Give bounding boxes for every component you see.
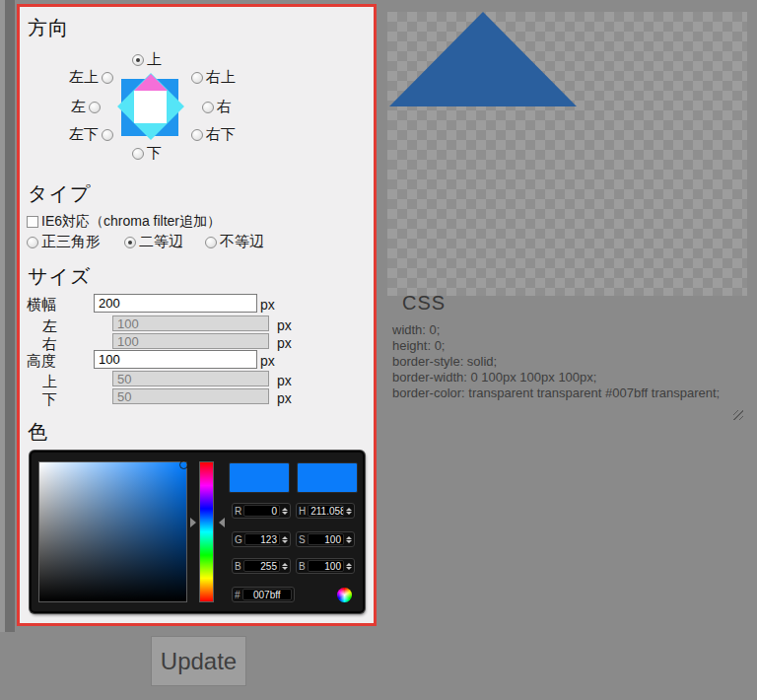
direction-option-bottom[interactable]: 下 [132, 144, 162, 163]
css-line: border-color: transparent transparent #0… [392, 385, 749, 401]
radio-direction-top[interactable] [132, 54, 144, 66]
red-stepper[interactable] [282, 508, 288, 515]
size-right-unit: px [277, 335, 292, 351]
direction-option-left[interactable]: 左 [71, 98, 101, 116]
direction-option-label: 左 [71, 98, 86, 116]
size-left-input [112, 315, 269, 331]
blue-field[interactable]: B 255 [232, 558, 291, 574]
direction-option-label: 右上 [206, 68, 236, 87]
direction-option-topleft[interactable]: 左上 [69, 68, 113, 87]
size-heading: サイズ [28, 263, 91, 290]
type-option-scalene[interactable]: 不等辺 [205, 233, 264, 251]
radio-direction-topright[interactable] [191, 72, 203, 84]
direction-option-label: 左上 [69, 68, 99, 87]
update-button[interactable]: Update [151, 636, 246, 686]
type-option-label: 二等辺 [139, 233, 183, 251]
hue-field[interactable]: H 211.0588 [296, 503, 355, 519]
css-line: width: 0; [392, 322, 749, 338]
red-value[interactable]: 0 [243, 505, 280, 517]
css-line: border-style: solid; [392, 354, 749, 370]
size-bottom-label: 下 [27, 390, 57, 409]
ie6-checkbox-label: IE6対応（chroma filter追加） [41, 213, 221, 231]
direction-option-label: 右 [217, 98, 232, 116]
direction-option-right[interactable]: 右 [202, 98, 232, 116]
radio-type-equilateral[interactable] [27, 237, 38, 248]
radio-type-isosceles[interactable] [124, 237, 136, 248]
css-line: border-width: 0 100px 100px 100px; [392, 370, 749, 385]
green-stepper[interactable] [282, 536, 288, 543]
saturation-stepper[interactable] [346, 536, 352, 543]
saturation-field[interactable]: S 100 [296, 531, 355, 547]
color-heading: 色 [28, 419, 48, 446]
brightness-field[interactable]: B 100 [296, 558, 355, 574]
size-left-label: 左 [27, 317, 57, 336]
direction-option-top[interactable]: 上 [132, 50, 162, 69]
size-left-unit: px [277, 317, 292, 333]
direction-option-label: 上 [147, 50, 162, 69]
blue-value[interactable]: 255 [243, 560, 280, 572]
hex-label: # [235, 590, 241, 600]
size-height-unit: px [260, 353, 275, 369]
type-option-isosceles[interactable]: 二等辺 [124, 233, 183, 251]
direction-heading: 方向 [28, 15, 69, 41]
size-bottom-input [112, 388, 269, 404]
new-color-swatch [297, 462, 358, 493]
hex-value[interactable]: 007bff [242, 589, 292, 600]
size-top-unit: px [277, 373, 292, 388]
hex-field[interactable]: # 007bff [232, 587, 295, 602]
hue-stepper[interactable] [346, 508, 352, 515]
window-edge-dark [5, 0, 15, 632]
ie6-checkbox[interactable] [27, 216, 38, 228]
brightness-label: B [299, 561, 306, 572]
color-picker: R 0 H 211.0588 G 123 S 100 B 255 [30, 451, 365, 613]
radio-direction-bottomleft[interactable] [102, 129, 113, 141]
radio-direction-bottomright[interactable] [191, 129, 203, 141]
size-top-input [112, 371, 269, 386]
direction-option-bottomleft[interactable]: 左下 [69, 125, 113, 144]
current-color-swatch [229, 462, 290, 493]
type-option-label: 正三角形 [41, 233, 101, 251]
hue-slider[interactable] [199, 461, 214, 602]
direction-option-label: 下 [147, 144, 162, 163]
brightness-value[interactable]: 100 [308, 560, 344, 572]
type-ie6-option[interactable]: IE6対応（chroma filter追加） [27, 213, 221, 231]
hue-value[interactable]: 211.0588 [308, 505, 344, 517]
size-width-label: 横幅 [27, 296, 56, 315]
size-bottom-unit: px [277, 390, 292, 406]
css-heading: CSS [402, 292, 749, 315]
direction-option-topright[interactable]: 右上 [191, 68, 236, 87]
radio-direction-left[interactable] [89, 102, 101, 113]
saturation-value[interactable]: 100 [308, 533, 344, 545]
blue-stepper[interactable] [282, 563, 288, 570]
size-right-input [112, 333, 269, 349]
red-label: R [235, 506, 241, 517]
brightness-stepper[interactable] [346, 563, 352, 570]
direction-option-bottomright[interactable]: 右下 [191, 125, 236, 144]
radio-direction-right[interactable] [202, 102, 214, 113]
generator-form-panel: 方向 上 左上 右上 左 右 左下 右下 [17, 4, 377, 626]
hue-marker-right-icon [219, 518, 225, 527]
hue-label: H [299, 506, 306, 517]
resize-grip-icon[interactable] [733, 410, 743, 420]
size-width-input[interactable] [94, 294, 257, 313]
red-field[interactable]: R 0 [232, 503, 291, 519]
green-value[interactable]: 123 [244, 533, 280, 545]
direction-option-label: 左下 [69, 125, 99, 144]
type-option-equilateral[interactable]: 正三角形 [27, 233, 101, 251]
direction-option-label: 右下 [206, 125, 236, 144]
type-heading: タイプ [28, 180, 91, 207]
sv-cursor-icon[interactable] [179, 460, 188, 469]
color-wheel-icon[interactable] [337, 588, 352, 602]
radio-direction-bottom[interactable] [132, 148, 144, 160]
saturation-label: S [299, 534, 306, 545]
size-width-unit: px [260, 297, 275, 313]
green-field[interactable]: G 123 [232, 531, 291, 547]
css-line: height: 0; [392, 338, 749, 354]
radio-type-scalene[interactable] [205, 237, 217, 248]
size-height-label: 高度 [27, 352, 56, 371]
radio-direction-topleft[interactable] [102, 72, 113, 84]
css-output-block[interactable]: CSS width: 0; height: 0; border-style: s… [392, 292, 749, 422]
size-top-label: 上 [27, 373, 57, 391]
size-height-input[interactable] [94, 350, 257, 369]
saturation-value-field[interactable] [38, 461, 187, 602]
